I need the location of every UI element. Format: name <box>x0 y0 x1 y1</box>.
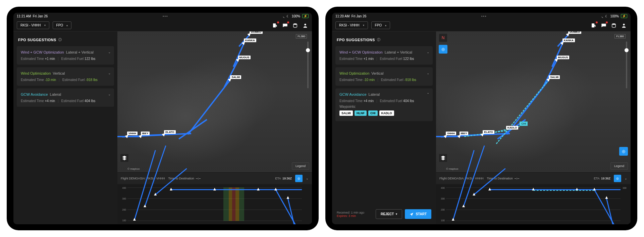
locate-button[interactable]: ◎ <box>439 45 447 54</box>
legend-button[interactable]: Legend <box>292 162 309 170</box>
panel-selector[interactable]: FPO▴ <box>371 21 390 29</box>
chevron-up-icon: ▴ <box>66 24 68 27</box>
waypoint-tag: ELATO <box>164 130 175 134</box>
center-button[interactable]: ◎ <box>619 147 628 156</box>
status-bar: 11:20 AM Fri Jan 26 ••• ◟ ☾ 100% ⚡ <box>332 13 631 19</box>
more-icon[interactable]: ••• <box>163 14 168 18</box>
chevron-down-icon: ▾ <box>44 24 46 27</box>
suggestion-card-1[interactable]: ⌄ Wind OptimizationVertical Estimated Ti… <box>17 67 114 86</box>
layers-button[interactable] <box>120 154 129 162</box>
chevron-down-icon: ⌄ <box>108 50 111 54</box>
chat-icon[interactable] <box>600 22 607 29</box>
status-time: 11:20 AM Fri Jan 26 <box>335 14 366 18</box>
more-icon[interactable]: ••• <box>481 14 487 18</box>
locate-button[interactable]: ◎ <box>614 175 621 182</box>
waypoint-tag: SALMI <box>549 75 560 79</box>
profile-icon[interactable] <box>302 22 309 29</box>
action-info: Received: 1 min ago Expires: 3 min <box>337 211 364 218</box>
flight-label: Flight DEMOASIA: RKSI - VHHH <box>439 177 484 180</box>
eta: ETA 19:36Z <box>275 177 292 180</box>
fuel-icon[interactable] <box>272 22 278 29</box>
vertical-profile[interactable]: 400300200100 380 <box>436 184 631 224</box>
route-selector[interactable]: RKSI - VHHH▾ <box>17 21 49 29</box>
locate-button[interactable]: ◎ <box>295 175 303 182</box>
main-row: FPO SUGGESTIONSⓘ ⌄ Wind + GCW Optimizati… <box>332 31 631 224</box>
suggestion-card-0[interactable]: ⌄ Wind + GCW OptimizationLateral + Verti… <box>17 46 114 65</box>
battery-pct: 100% <box>291 14 300 18</box>
waypoint-tag: DOMKO <box>250 31 263 34</box>
chevron-down-icon: ▾ <box>363 24 364 27</box>
map[interactable]: FL380 Legend © mapbox DOMKOKANKAMUGUSSAL… <box>117 31 312 172</box>
moon-icon: ☾ <box>605 14 608 18</box>
chat-icon[interactable] <box>282 22 288 29</box>
suggestion-card-1[interactable]: ⌄ Wind OptimizationVertical Estimated Ti… <box>335 67 433 86</box>
profile-grid <box>446 187 621 221</box>
tablet-left: 11:21 AM Fri Jan 26 ••• ◟ ☾ 100% ⚡ RKSI … <box>7 7 319 230</box>
vertical-profile[interactable]: 400300200100 <box>117 184 312 224</box>
panel-selector[interactable]: FPO▴ <box>53 21 72 29</box>
start-button[interactable]: START <box>405 209 431 219</box>
card-meta: Estimated Time +4 min|Estimated Fuel 404… <box>21 99 110 103</box>
map[interactable]: FL380 N ◎ ◎ Legend © mapbox DOMKOKANKAMU… <box>436 31 631 172</box>
mapbox-logo: © mapbox <box>127 167 140 170</box>
sidebar: FPO SUGGESTIONSⓘ ⌄ Wind + GCW Optimizati… <box>13 31 117 224</box>
chevron-down-icon[interactable]: ⌄ <box>306 177 309 180</box>
waypoint-tag: VHHH <box>127 132 138 135</box>
profile-icon[interactable] <box>621 22 627 29</box>
status-right: ◟ ☾ 100% ⚡ <box>283 14 309 18</box>
suggestion-card-2[interactable]: ⌄ GCW AvoidanceLateral Estimated Time +4… <box>17 88 114 107</box>
svg-point-3 <box>623 23 625 25</box>
card-meta: Estimated Time -10 min|Estimated Fuel -9… <box>21 78 110 82</box>
card-meta: Estimated Time +1 min|Estimated Fuel 122… <box>339 57 429 61</box>
screen: 11:20 AM Fri Jan 26 ••• ◟ ☾ 100% ⚡ RKSI … <box>332 13 631 224</box>
reject-button[interactable]: REJECT▾ <box>376 209 402 219</box>
suggestion-card-2-expanded[interactable]: ⌃ GCW AvoidanceLateral Estimated Time +4… <box>335 88 433 121</box>
y-axis: 400300200100 <box>119 187 126 222</box>
battery-icon: ⚡ <box>302 14 309 18</box>
moon-icon: ☾ <box>286 14 289 18</box>
info-icon[interactable]: ⓘ <box>377 37 381 42</box>
action-row: Received: 1 min ago Expires: 3 min REJEC… <box>335 207 433 221</box>
card-title: GCW AvoidanceLateral <box>21 92 110 96</box>
compass-button[interactable]: N <box>439 33 447 42</box>
waypoint-tag: MUGUS <box>557 56 570 59</box>
chevron-down-icon[interactable]: ⌄ <box>625 177 627 180</box>
suggestion-card-0[interactable]: ⌄ Wind + GCW OptimizationLateral + Verti… <box>335 46 433 65</box>
layers-button[interactable] <box>439 154 447 162</box>
battery-icon: ⚡ <box>621 14 627 18</box>
zoom-slider[interactable] <box>307 42 309 88</box>
route-selector[interactable]: RKSI - VHHH▾ <box>335 21 368 29</box>
expires-text: Expires: 3 min <box>337 214 364 218</box>
info-icon[interactable]: ⓘ <box>58 37 62 42</box>
zoom-slider[interactable] <box>626 42 627 88</box>
card-title: Wind + GCW OptimizationLateral + Vertica… <box>21 50 110 54</box>
data-icon[interactable] <box>292 22 299 29</box>
waypoint-tag: ELATO <box>483 130 494 134</box>
waypoint-label: Waypoints: <box>339 105 429 108</box>
card-title: Wind OptimizationVertical <box>339 71 429 75</box>
svg-point-0 <box>293 23 297 25</box>
status-right: ◟ ☾ 100% ⚡ <box>602 14 627 18</box>
chevron-up-icon: ⌃ <box>427 92 429 96</box>
zoom-handle[interactable] <box>306 48 310 52</box>
svg-point-2 <box>612 23 616 25</box>
zoom-handle[interactable] <box>625 48 629 52</box>
wp-chip: HLNF <box>355 110 367 116</box>
top-bar: RKSI - VHHH▾ FPO▴ <box>332 19 631 31</box>
waypoint-tag: VHHH <box>446 132 456 135</box>
chevron-down-icon: ⌄ <box>108 92 111 96</box>
waypoint-tag: MUGUS <box>238 56 251 59</box>
fuel-icon[interactable] <box>590 22 597 29</box>
eta: ETA 19:36Z <box>594 177 610 180</box>
waypoint-tag: CHI <box>520 122 528 126</box>
y-axis: 400300200100 <box>438 187 445 222</box>
legend-button[interactable]: Legend <box>610 162 628 170</box>
profile-grid <box>127 187 302 221</box>
wp-chip: CHI <box>368 110 378 116</box>
fl-tag: FL380 <box>614 34 626 38</box>
wifi-icon: ◟ <box>283 14 284 18</box>
data-icon[interactable] <box>610 22 617 29</box>
map-area: FL380 N ◎ ◎ Legend © mapbox DOMKOKANKAMU… <box>436 31 631 224</box>
status-time: 11:21 AM Fri Jan 26 <box>17 14 48 18</box>
main-row: FPO SUGGESTIONSⓘ ⌄ Wind + GCW Optimizati… <box>13 31 312 224</box>
